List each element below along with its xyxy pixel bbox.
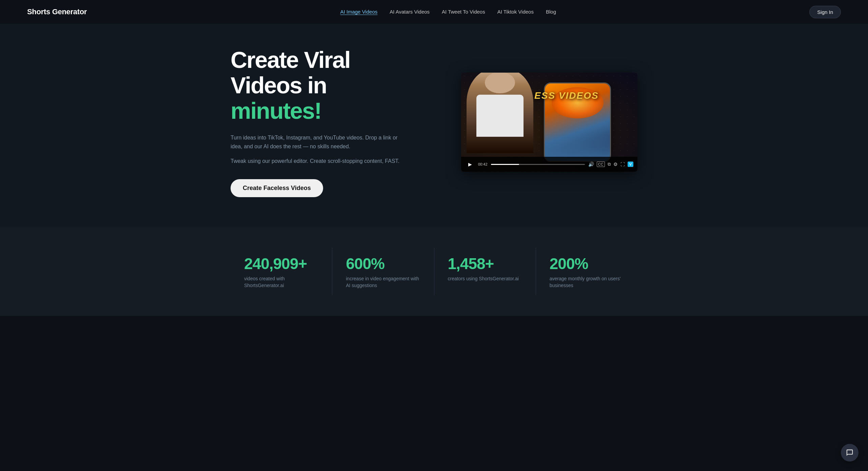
hero-title-line2: Videos in — [231, 72, 327, 98]
stat-item-engagement: 600% increase in video engagement with A… — [332, 248, 434, 296]
stats-inner: 240,909+ videos created with ShortsGener… — [231, 248, 637, 296]
chat-button[interactable] — [841, 444, 859, 461]
nav-links: AI Image Videos AI Avatars Videos AI Twe… — [340, 9, 556, 15]
video-container: FACELESS VIDEOS — [461, 73, 637, 172]
stat-number-growth: 200% — [550, 255, 624, 273]
stat-label-creators: creators using ShortsGenerator.ai — [448, 276, 522, 282]
share-icon[interactable]: ⧉ — [608, 162, 611, 167]
nav-item-blog[interactable]: Blog — [546, 9, 556, 15]
stat-number-videos: 240,909+ — [244, 255, 318, 273]
hero-cta: Create Faceless Videos — [231, 179, 407, 197]
stat-item-videos: 240,909+ videos created with ShortsGener… — [231, 248, 332, 296]
nav-link-ai-tweet-to-videos[interactable]: AI Tweet To Videos — [442, 9, 485, 15]
nav-item-ai-avatars-videos[interactable]: AI Avatars Videos — [390, 9, 430, 15]
nav-link-blog[interactable]: Blog — [546, 9, 556, 15]
hero-description1: Turn ideas into TikTok, Instagram, and Y… — [231, 133, 407, 151]
control-icons: 🔊 CC ⧉ ⚙ ⛶ V — [588, 162, 633, 167]
stat-item-creators: 1,458+ creators using ShortsGenerator.ai — [434, 248, 536, 296]
nav-item-ai-image-videos[interactable]: AI Image Videos — [340, 9, 377, 15]
navbar: Shorts Generator AI Image Videos AI Avat… — [0, 0, 868, 24]
nav-link-ai-avatars-videos[interactable]: AI Avatars Videos — [390, 9, 430, 15]
vimeo-logo: V — [628, 162, 633, 167]
stat-label-engagement: increase in video engagement with AI sug… — [346, 276, 420, 289]
stat-number-creators: 1,458+ — [448, 255, 522, 273]
sign-in-button[interactable]: Sign In — [809, 6, 841, 18]
hero-text: Create Viral Videos in minutes! Turn ide… — [231, 47, 407, 197]
hero-title-accent: minutes! — [231, 98, 321, 124]
captions-icon[interactable]: CC — [597, 162, 605, 167]
chat-icon — [846, 449, 853, 456]
hero-title: Create Viral Videos in minutes! — [231, 47, 407, 123]
stats-section: 240,909+ videos created with ShortsGener… — [0, 227, 868, 316]
stat-item-growth: 200% average monthly growth on users' bu… — [536, 248, 637, 296]
progress-bar[interactable] — [491, 164, 585, 165]
nav-item-ai-tiktok-videos[interactable]: AI Tiktok Videos — [497, 9, 534, 15]
play-button[interactable]: ▶ — [465, 159, 475, 169]
hero-video: FACELESS VIDEOS — [461, 73, 637, 172]
video-time: 00:42 — [478, 162, 488, 166]
pip-icon[interactable]: ⛶ — [620, 162, 625, 167]
settings-icon[interactable]: ⚙ — [613, 162, 618, 167]
stat-label-growth: average monthly growth on users' busines… — [550, 276, 624, 289]
stat-number-engagement: 600% — [346, 255, 420, 273]
site-logo[interactable]: Shorts Generator — [27, 7, 87, 16]
hero-section: Create Viral Videos in minutes! Turn ide… — [0, 24, 868, 227]
nav-link-ai-tiktok-videos[interactable]: AI Tiktok Videos — [497, 9, 534, 15]
video-controls: ▶ 00:42 🔊 CC ⧉ ⚙ ⛶ V — [461, 157, 637, 172]
nav-link-ai-image-videos[interactable]: AI Image Videos — [340, 9, 377, 15]
hero-inner: Create Viral Videos in minutes! Turn ide… — [231, 47, 637, 197]
nav-item-ai-tweet-to-videos[interactable]: AI Tweet To Videos — [442, 9, 485, 15]
create-faceless-videos-button[interactable]: Create Faceless Videos — [231, 179, 323, 197]
hero-title-line1: Create Viral — [231, 47, 350, 73]
volume-icon[interactable]: 🔊 — [588, 162, 594, 167]
hero-description2: Tweak using our powerful editor. Create … — [231, 157, 407, 166]
stat-label-videos: videos created with ShortsGenerator.ai — [244, 276, 318, 289]
progress-fill — [491, 164, 519, 165]
